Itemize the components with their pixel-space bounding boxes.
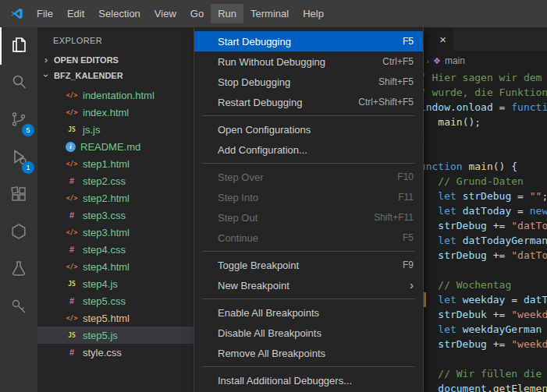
file-item-step3-css[interactable]: #step3.css [37,207,194,224]
file-item-step2-css[interactable]: #step2.css [37,172,194,189]
file-name: step4.css [83,244,126,256]
file-item-step4-html[interactable]: </>step4.html [37,258,194,275]
code-line[interactable]: }; [414,129,547,144]
file-item-step5-js[interactable]: JSstep5.js [37,327,194,344]
menubar-item-terminal[interactable]: Terminal [243,4,296,23]
activity-item-remote[interactable] [0,214,37,252]
menubar-item-edit[interactable]: Edit [60,4,91,23]
code-line[interactable]: document.getElementById( [414,381,547,392]
code-line[interactable]: strDebug += "datTodayGerman" [414,248,547,263]
menu-item-start-debugging[interactable]: Start DebuggingF5 [194,31,423,51]
menu-item-run-without-debugging[interactable]: Run Without DebuggingCtrl+F5 [194,51,423,72]
menu-item-remove-all-breakpoints[interactable]: Remove All Breakpoints [194,343,423,363]
html-file-icon: </> [66,195,78,202]
code-line[interactable]: // Hier sagen wir dem Browser, dass [414,70,547,85]
search-icon [9,72,28,94]
code-line[interactable]: let weekdayGerman = [414,322,547,337]
code-token: new [530,205,547,217]
menu-item-disable-all-breakpoints[interactable]: Disable All Breakpoints [194,323,423,343]
menu-item-enable-all-breakpoints[interactable]: Enable All Breakpoints [194,302,423,323]
badge: 1 [22,161,34,174]
code-line[interactable]: let weekday = datToday. [414,292,547,307]
activity-item-explorer[interactable] [0,27,37,65]
menu-item-label: Add Configuration... [218,144,307,156]
file-item-js-js[interactable]: JSjs.js [37,121,194,138]
activity-item-extensions[interactable] [0,177,37,214]
menu-item-shortcut: F9 [403,260,414,270]
code-editor[interactable]: // Hier sagen wir dem Browser, dass// wu… [414,70,547,392]
menu-item-shortcut: Ctrl+F5 [382,56,414,67]
code-line[interactable]: // Grund-Daten [414,174,547,189]
file-item-step3-html[interactable]: </>step3.html [37,224,194,241]
activity-item-search[interactable] [0,65,37,102]
open-editors-section[interactable]: › OPEN EDITORS [37,52,194,68]
menu-item-label: Continue [218,232,258,244]
code-line[interactable]: function main() { [414,159,547,174]
file-item-style-css[interactable]: #style.css [37,344,194,361]
code-token: ; [542,190,547,202]
code-token [456,205,463,217]
code-line[interactable] [414,351,547,366]
code-line[interactable]: // wurde, die Funktion main() aufgerufen [414,85,547,100]
menu-item-open-configurations[interactable]: Open Configurations [194,119,423,139]
code-line[interactable]: let strDebug = ""; [414,189,547,203]
menu-item-new-breakpoint[interactable]: New Breakpoint› [194,275,423,295]
breadcrumb-symbol[interactable]: main [445,55,465,66]
menu-item-step-over: Step OverF10 [194,167,423,187]
code-line[interactable]: strDebuk += "weekday: " [414,307,547,322]
badge: 5 [22,124,34,136]
code-line[interactable]: let datTodayGerman = [414,233,547,248]
file-item-step4-css[interactable]: #step4.css [37,241,194,258]
file-item-step5-css[interactable]: #step5.css [37,292,194,309]
file-item-indentation-html[interactable]: </>indentation.html [37,87,194,104]
menu-item-restart-debugging[interactable]: Restart DebuggingCtrl+Shift+F5 [194,92,423,112]
file-item-step1-html[interactable]: </>step1.html [37,155,194,172]
activity-item-run-and-debug[interactable]: 1 [0,139,37,177]
menu-separator [202,298,415,299]
menubar-item-help[interactable]: Help [296,4,331,23]
menubar-item-go[interactable]: Go [183,4,211,23]
css-file-icon: # [66,176,78,185]
menu-item-label: Enable All Breakpoints [218,307,319,319]
sidebar-title: EXPLORER [37,27,194,52]
code-line[interactable]: strDebug += "datToday: " [414,218,547,233]
file-item-step5-html[interactable]: </>step5.html [37,309,194,327]
code-line[interactable]: // Wochentag [414,277,547,292]
file-list: </>indentation.html</>index.htmlJSjs.jsi… [37,87,194,361]
code-line[interactable]: // Wir füllen die Seite aus [414,366,547,381]
activity-item-testing[interactable] [0,252,37,289]
menu-item-shortcut: F5 [403,36,414,47]
menu-item-label: New Breakpoint [218,280,289,291]
file-item-step2-html[interactable]: </>step2.html [37,189,194,207]
menubar-item-run[interactable]: Run [211,4,243,23]
code-token: "" [530,190,542,202]
code-token: datToday [524,294,547,305]
menu-item-install-additional-debuggers[interactable]: Install Additional Debuggers... [194,370,423,390]
file-name: index.html [83,107,129,118]
menu-item-toggle-breakpoint[interactable]: Toggle BreakpointF9 [194,255,423,275]
file-item-step4-js[interactable]: JSstep4.js [37,275,194,292]
menu-item-add-configuration[interactable]: Add Configuration... [194,139,423,160]
menubar-item-view[interactable]: View [147,4,183,23]
menubar-item-selection[interactable]: Selection [91,4,147,23]
file-item-index-html[interactable]: </>index.html [37,104,194,121]
code-line[interactable] [414,263,547,277]
code-line[interactable]: let datToday = new Date(); [414,203,547,218]
code-line[interactable] [414,144,547,159]
file-item-readme-md[interactable]: iREADME.md [37,138,194,155]
css-file-icon: # [66,245,78,254]
code-line[interactable]: window.onload = function () { [414,100,547,115]
code-token: += [487,249,511,261]
menu-item-stop-debugging[interactable]: Stop DebuggingShift+F5 [194,72,423,92]
menu-item-label: Remove All Breakpoints [218,348,325,359]
menubar-item-file[interactable]: File [30,4,60,23]
activity-item-keys[interactable] [0,289,37,327]
code-line[interactable]: strDebug += "weekdayGerman" [414,337,547,351]
activity-item-source-control[interactable]: 5 [0,102,37,139]
code-line[interactable]: main(); [414,115,547,129]
close-icon[interactable]: × [439,34,446,45]
code-token: main [468,161,492,172]
code-token: = [493,101,511,113]
folder-section[interactable]: › BFZ_KALENDER [37,68,194,83]
vscode-logo-icon [10,7,23,20]
